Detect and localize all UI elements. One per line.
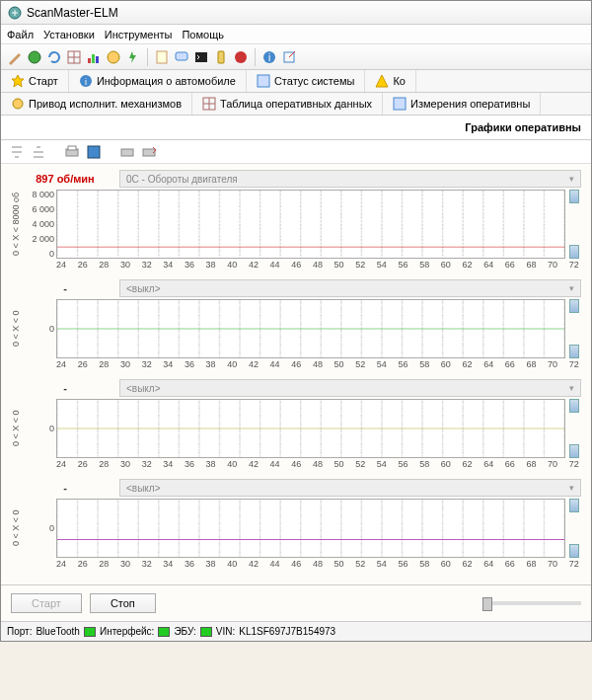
app-window: ScanMaster-ELM Файл Установки Инструмент… xyxy=(0,0,592,642)
chart-yticks: 0 xyxy=(25,299,56,358)
chart-ylabel: 0 < X < 8000 об xyxy=(11,190,25,259)
gauge-icon[interactable] xyxy=(106,49,121,65)
svg-rect-24 xyxy=(68,146,76,150)
svg-rect-5 xyxy=(96,56,99,63)
stop-icon[interactable] xyxy=(233,49,249,65)
tab-row-2: Привод исполнит. механизмов Таблица опер… xyxy=(1,93,591,116)
vin-value: KL1SF697J7B154973 xyxy=(239,626,335,637)
tab-measure[interactable]: Измерения оперативны xyxy=(383,93,541,115)
svg-rect-4 xyxy=(92,54,95,63)
scale-max-slider[interactable] xyxy=(569,299,579,313)
print-icon[interactable] xyxy=(64,144,80,160)
vin-label: VIN: xyxy=(216,626,235,637)
iface-label: Интерфейс: xyxy=(100,626,154,637)
port-label: Порт: xyxy=(7,626,32,637)
port-value: BlueTooth xyxy=(36,626,79,637)
chart-plot xyxy=(56,499,565,558)
scale-max-slider[interactable] xyxy=(569,399,579,413)
svg-marker-19 xyxy=(376,75,388,87)
table-icon xyxy=(202,97,216,111)
star-icon xyxy=(11,74,25,88)
chart-ylabel: 0 < X < 0 xyxy=(11,499,25,558)
chart-value: - xyxy=(11,382,119,394)
tab-info[interactable]: iИнформация о автомобиле xyxy=(69,70,247,92)
chart-xticks: 2426283032343638404244464850525456586062… xyxy=(11,259,581,270)
tab-start[interactable]: Старт xyxy=(1,70,69,92)
chart-xticks: 2426283032343638404244464850525456586062… xyxy=(11,358,581,369)
document-icon[interactable] xyxy=(154,49,170,65)
svg-rect-8 xyxy=(176,52,187,60)
svg-rect-3 xyxy=(88,58,91,63)
time-slider[interactable] xyxy=(482,601,581,605)
port-led-icon xyxy=(84,627,96,637)
svg-point-11 xyxy=(235,51,247,63)
svg-text:i: i xyxy=(268,52,270,63)
tab-status[interactable]: Статус системы xyxy=(247,70,365,92)
chart-toolbar xyxy=(1,140,591,164)
svg-marker-15 xyxy=(12,75,24,87)
scale-min-slider[interactable] xyxy=(569,345,579,358)
terminal-icon[interactable] xyxy=(193,49,209,65)
stop-button[interactable]: Стоп xyxy=(90,593,156,613)
scale-max-slider[interactable] xyxy=(569,499,579,512)
chart-selector[interactable]: <выкл> xyxy=(119,479,581,497)
scale-max-slider[interactable] xyxy=(569,190,579,203)
chart-value: - xyxy=(11,282,119,294)
expand-icon[interactable] xyxy=(31,144,46,160)
tab-actuators[interactable]: Привод исполнит. механизмов xyxy=(1,93,192,115)
collapse-icon[interactable] xyxy=(9,144,25,160)
svg-rect-7 xyxy=(157,51,167,63)
globe-icon[interactable] xyxy=(27,49,42,65)
main-toolbar: i xyxy=(1,44,591,70)
scale-min-slider[interactable] xyxy=(569,544,579,558)
print2-icon[interactable] xyxy=(119,144,135,160)
scale-min-slider[interactable] xyxy=(569,245,579,259)
export-icon[interactable] xyxy=(141,144,157,160)
chart-value: - xyxy=(11,482,119,494)
chart-2: -<выкл>0 < X < 0024262830323436384042444… xyxy=(11,379,581,469)
chart-selector[interactable]: <выкл> xyxy=(119,379,581,397)
menu-help[interactable]: Помощь xyxy=(182,29,224,40)
statusbar: Порт: BlueTooth Интерфейс: ЭБУ: VIN: KL1… xyxy=(1,621,591,641)
chart-plot xyxy=(56,399,565,458)
chart-icon[interactable] xyxy=(86,49,102,65)
save-icon[interactable] xyxy=(86,144,102,160)
device-icon[interactable] xyxy=(213,49,229,65)
svg-point-6 xyxy=(108,51,119,63)
ecu-label: ЭБУ: xyxy=(174,626,195,637)
start-button[interactable]: Старт xyxy=(11,593,82,613)
refresh-icon[interactable] xyxy=(46,49,62,65)
footer-controls: Старт Стоп xyxy=(1,584,591,621)
svg-point-20 xyxy=(13,99,23,109)
page-title: Графики оперативны xyxy=(1,116,591,140)
menu-file[interactable]: Файл xyxy=(7,29,34,40)
chart-0: 897 об/мин0C - Обороты двигателя0 < X < … xyxy=(11,170,581,270)
menu-setup[interactable]: Установки xyxy=(43,29,95,40)
chart-ylabel: 0 < X < 0 xyxy=(11,299,25,358)
grid-icon[interactable] xyxy=(66,49,82,65)
exit-icon[interactable] xyxy=(281,49,297,65)
chart-selector[interactable]: <выкл> xyxy=(119,279,581,297)
info-small-icon: i xyxy=(79,74,93,88)
chart-xticks: 2426283032343638404244464850525456586062… xyxy=(11,558,581,569)
tab-table[interactable]: Таблица оперативных данных xyxy=(192,93,383,115)
chart-selector[interactable]: 0C - Обороты двигателя xyxy=(119,170,581,188)
scale-min-slider[interactable] xyxy=(569,444,579,458)
chart-plot xyxy=(56,299,565,358)
status-icon xyxy=(257,74,270,88)
svg-rect-22 xyxy=(394,98,406,110)
lightning-icon[interactable] xyxy=(125,49,141,65)
svg-rect-26 xyxy=(121,149,133,156)
svg-point-1 xyxy=(29,51,40,63)
titlebar: ScanMaster-ELM xyxy=(1,1,591,25)
info-icon[interactable]: i xyxy=(261,49,277,65)
wand-icon[interactable] xyxy=(7,49,23,65)
tab-codes[interactable]: Ко xyxy=(365,70,416,92)
iface-led-icon xyxy=(158,627,170,637)
chat-icon[interactable] xyxy=(174,49,189,65)
chart-xticks: 2426283032343638404244464850525456586062… xyxy=(11,458,581,469)
menu-tools[interactable]: Инструменты xyxy=(105,29,173,40)
chart-ylabel: 0 < X < 0 xyxy=(11,399,25,458)
svg-rect-25 xyxy=(88,146,100,158)
measure-icon xyxy=(393,97,407,111)
